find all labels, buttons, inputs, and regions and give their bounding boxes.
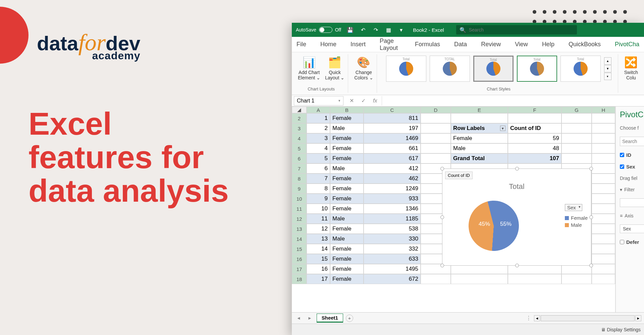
tab-quickbooks[interactable]: QuickBooks	[567, 38, 603, 51]
pie-label-female: 55%	[500, 221, 512, 227]
chart-style-1[interactable]: Total	[386, 56, 426, 82]
pie-slices[interactable]	[463, 195, 524, 256]
tab-review[interactable]: Review	[479, 38, 503, 51]
tab-data[interactable]: Data	[452, 38, 469, 51]
field-sex[interactable]: Sex	[620, 164, 644, 170]
chart-style-3[interactable]: Total	[473, 56, 514, 82]
table-row[interactable]: 65Female617Grand Total107	[292, 153, 615, 163]
qat-grid-icon[interactable]: ▦	[385, 26, 392, 34]
redo-icon[interactable]: ↷	[372, 26, 379, 34]
field-id[interactable]: ID	[620, 152, 644, 158]
col-E[interactable]: E	[451, 107, 508, 113]
table-row[interactable]: 43Female1469Female59	[292, 133, 615, 143]
pane-title: PivotC	[620, 110, 644, 119]
fx-label[interactable]: fx	[373, 98, 377, 104]
undo-icon[interactable]: ↶	[359, 26, 367, 34]
col-A[interactable]: A	[307, 107, 330, 113]
col-F[interactable]: F	[508, 107, 561, 113]
status-bar: 🖥 Display Settings	[292, 324, 644, 335]
col-D[interactable]: D	[421, 107, 451, 113]
chart-style-gallery: Total TOTAL Total Total Total ▲▼▾	[386, 56, 611, 82]
palette-icon: 🎨	[357, 56, 370, 69]
tab-view[interactable]: View	[513, 38, 530, 51]
pane-search[interactable]	[620, 137, 644, 146]
pivot-chart[interactable]: Count of ID Total 55% 45% Sex Female Mal…	[442, 169, 591, 266]
search-icon: 🔍	[460, 27, 466, 33]
sheet-tabs-bar: ◄ ► Sheet1 + ⋮ ◄►	[292, 312, 644, 324]
name-box[interactable]: Chart 1▾	[294, 96, 343, 106]
tab-nav-next[interactable]: ►	[306, 316, 314, 321]
chart-style-5[interactable]: Total	[560, 56, 601, 82]
new-sheet-button[interactable]: +	[346, 315, 353, 322]
logo: datafordev academy	[37, 32, 140, 61]
pivotchart-fields-pane: PivotC Choose f ID Sex Drag fiel ▾Filter…	[615, 107, 644, 312]
horizontal-scrollbar[interactable]: ⋮ ◄►	[526, 315, 641, 321]
tab-file[interactable]: File	[294, 38, 308, 51]
pie-label-male: 45%	[479, 221, 490, 227]
ribbon-tabs: File Home Insert Page Layout Formulas Da…	[292, 37, 644, 52]
switch-icon: 🔀	[624, 56, 638, 69]
legend-field-dropdown[interactable]: Sex	[565, 204, 582, 211]
formula-input[interactable]	[382, 96, 644, 106]
defer-layout[interactable]: Defer	[620, 239, 644, 245]
chart-title: Total	[442, 182, 591, 191]
excel-window: AutoSave Off 💾 ↶ ↷ ▦ ▾ Book2 - Excel 🔍 F…	[292, 23, 644, 335]
tab-nav-prev[interactable]: ◄	[294, 316, 303, 321]
quick-layout-button[interactable]: 🗂️ QuickLayout ⌄	[325, 56, 344, 80]
chart-element-icon: 📊	[303, 56, 316, 69]
chart-legend: Sex Female Male	[565, 204, 588, 229]
display-settings-button[interactable]: 🖥 Display Settings	[601, 327, 641, 332]
change-colors-button[interactable]: 🎨 ChangeColors ⌄	[354, 56, 373, 80]
tab-help[interactable]: Help	[540, 38, 556, 51]
tab-insert[interactable]: Insert	[348, 38, 368, 51]
qat-more-icon[interactable]: ▾	[397, 26, 405, 34]
tab-home[interactable]: Home	[318, 38, 338, 51]
titlebar: AutoSave Off 💾 ↶ ↷ ▦ ▾ Book2 - Excel 🔍	[292, 23, 644, 37]
filter-icon: ▾	[620, 187, 622, 192]
tab-formulas[interactable]: Formulas	[413, 38, 442, 51]
col-B[interactable]: B	[330, 107, 364, 113]
decor-red-circle	[0, 7, 29, 64]
search-input[interactable]	[469, 27, 574, 32]
col-C[interactable]: C	[364, 107, 421, 113]
group-chart-layouts: Chart Layouts	[308, 86, 335, 91]
filters-dropzone[interactable]	[620, 198, 644, 207]
table-row[interactable]: 32Male197Row Labels▾Count of ID	[292, 123, 615, 133]
axis-icon: ≡	[620, 213, 623, 218]
chart-style-2[interactable]: TOTAL	[430, 56, 470, 82]
quick-layout-icon: 🗂️	[328, 56, 341, 69]
table-row[interactable]: 1817Female672	[292, 274, 615, 284]
chart-style-4[interactable]: Total	[517, 56, 557, 82]
add-chart-element-button[interactable]: 📊 Add ChartElement ⌄	[298, 56, 320, 80]
col-G[interactable]: G	[561, 107, 592, 113]
search-box[interactable]: 🔍	[456, 25, 577, 35]
decor-dots-top	[533, 10, 627, 23]
document-title: Book2 - Excel	[413, 27, 444, 33]
enter-icon[interactable]: ✓	[361, 97, 366, 104]
ribbon: 📊 Add ChartElement ⌄ 🗂️ QuickLayout ⌄ Ch…	[292, 52, 644, 95]
axis-dropzone[interactable]: Sex	[620, 224, 644, 233]
switch-row-column-button[interactable]: 🔀 SwitchColu	[624, 56, 638, 80]
autosave-toggle[interactable]: AutoSave Off	[296, 27, 341, 33]
sheet-tab[interactable]: Sheet1	[317, 314, 343, 323]
select-all-corner[interactable]: ◢	[292, 107, 307, 113]
tab-page-layout[interactable]: Page Layout	[378, 34, 403, 55]
formula-bar-row: Chart 1▾ ✕ ✓ fx	[292, 95, 644, 107]
tab-pivotchart[interactable]: PivotCha	[613, 38, 641, 51]
cancel-icon[interactable]: ✕	[350, 97, 354, 104]
save-icon[interactable]: 💾	[346, 26, 354, 34]
col-H[interactable]: H	[592, 107, 615, 113]
worksheet[interactable]: ◢ A B C D E F G H 21Female81132Male197Ro…	[292, 107, 615, 312]
chart-field-button[interactable]: Count of ID	[445, 172, 473, 179]
table-row[interactable]: 54Female661Male48	[292, 143, 615, 153]
style-gallery-arrows[interactable]: ▲▼▾	[604, 57, 611, 80]
headline: Excel features for data analysis	[29, 107, 229, 207]
table-row[interactable]: 21Female811	[292, 113, 615, 123]
group-chart-styles: Chart Styles	[487, 86, 511, 91]
